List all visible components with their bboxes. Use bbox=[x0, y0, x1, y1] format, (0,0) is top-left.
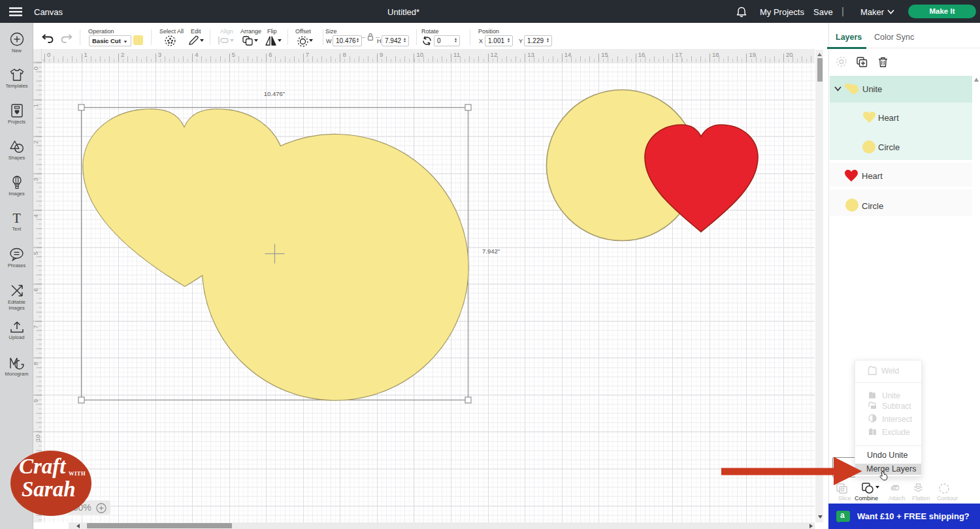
svg-text:7.942": 7.942" bbox=[482, 248, 500, 255]
svg-text:10.476": 10.476" bbox=[264, 90, 285, 97]
svg-text:T: T bbox=[12, 212, 20, 225]
